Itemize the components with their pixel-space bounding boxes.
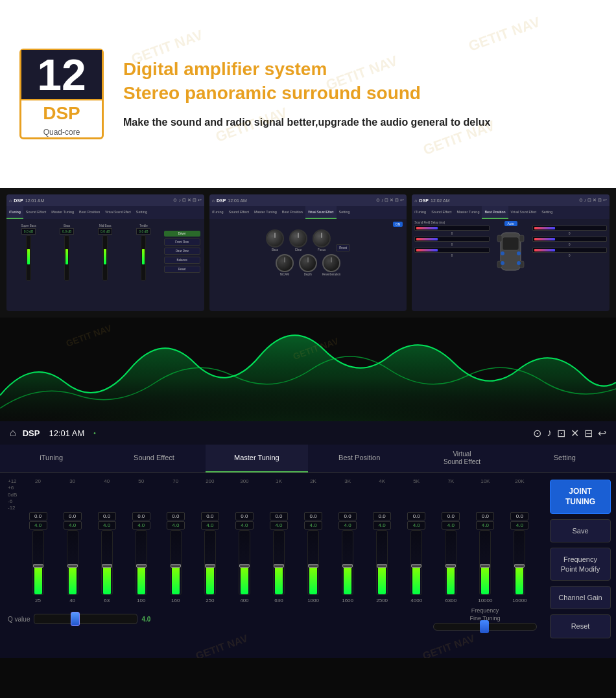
eq-band-3: 0.0 4.0 bbox=[89, 512, 124, 595]
watermark-5: GETIT NAV bbox=[466, 14, 543, 55]
q-label: Q value bbox=[8, 616, 30, 623]
tab-setting[interactable]: Setting bbox=[514, 445, 616, 472]
eq-band-7: 0.0 4.0 bbox=[227, 512, 261, 595]
grid-label-12: +12 bbox=[8, 478, 19, 484]
top-section: GETIT NAV GETIT NAV GETIT NAV GETIT NAV … bbox=[0, 0, 616, 188]
badge-sub: Quad-core bbox=[43, 126, 80, 138]
eq-bottom-controls: Q value 4.0 Frequency Fine Tuning bbox=[8, 603, 537, 634]
grid-label-6: +6 bbox=[8, 485, 19, 491]
q-slider-thumb bbox=[71, 612, 80, 626]
eq-band-10: 0.0 4.0 bbox=[331, 512, 365, 595]
tab-virtual-sound-effect[interactable]: Virtual Sound Effect bbox=[410, 445, 513, 472]
screenshot-1: ⌂ DSP 12:01 AM ⊙ ♪ ⊡ ✕ ⊟ ↩ iTuning Sound… bbox=[6, 194, 204, 311]
dsp-topbar: ⌂ DSP 12:01 AM • ⊙ ♪ ⊡ ✕ ⊟ ↩ bbox=[0, 421, 616, 445]
save-button[interactable]: Save bbox=[550, 519, 611, 542]
eq-sliders: 0.0 4.0 0.0 4.0 0.0 bbox=[21, 512, 537, 595]
topbar-time: 12:01 AM bbox=[49, 428, 84, 438]
frequency-point-modify-button[interactable]: Frequency Point Modify bbox=[550, 548, 611, 581]
freq-labels-bottom: 25 40 63 100 160 250 400 630 1000 1600 2… bbox=[21, 598, 537, 603]
eq-section: +12 +6 0dB -6 -12 20 30 40 50 70 200 300… bbox=[0, 473, 545, 645]
reset-button[interactable]: Reset bbox=[550, 614, 611, 638]
svg-rect-2 bbox=[497, 235, 502, 242]
tab-ituning[interactable]: iTuning bbox=[0, 445, 102, 472]
topbar-dot: • bbox=[93, 430, 96, 437]
main-dsp-ui: ⌂ DSP 12:01 AM • ⊙ ♪ ⊡ ✕ ⊟ ↩ iTuning Sou… bbox=[0, 421, 616, 658]
volume-icon[interactable]: ♪ bbox=[547, 427, 552, 439]
header-text: Digital amplifier system Stereo panorami… bbox=[123, 58, 597, 130]
svg-point-8 bbox=[501, 261, 504, 265]
minimize-icon[interactable]: ⊟ bbox=[584, 427, 593, 439]
wave-section: GETIT NAV GETIT NAV bbox=[0, 318, 616, 421]
side-buttons: JOINT TUNING Save Frequency Point Modify… bbox=[545, 473, 616, 645]
eq-band-13: 0.0 4.0 bbox=[434, 512, 468, 595]
eq-band-2: 0.0 4.0 bbox=[55, 512, 89, 595]
q-slider[interactable] bbox=[34, 614, 137, 624]
tab-sound-effect[interactable]: Sound Effect bbox=[102, 445, 205, 472]
screenshots-row: ⌂ DSP 12:01 AM ⊙ ♪ ⊡ ✕ ⊟ ↩ iTuning Sound… bbox=[0, 188, 616, 318]
location-icon[interactable]: ⊙ bbox=[533, 427, 541, 439]
grid-label-n6: -6 bbox=[8, 498, 19, 504]
back-icon[interactable]: ↩ bbox=[598, 427, 606, 439]
q-value-section: Q value 4.0 bbox=[8, 614, 150, 624]
svg-point-7 bbox=[517, 251, 521, 255]
eq-band-9: 0.0 4.0 bbox=[296, 512, 331, 595]
freq-fine-thumb bbox=[480, 620, 489, 633]
eq-band-14: 0.0 4.0 bbox=[468, 512, 503, 595]
svg-point-6 bbox=[501, 251, 504, 255]
grid-label-0: 0dB bbox=[8, 492, 19, 498]
svg-rect-1 bbox=[503, 237, 519, 250]
freq-fine-slider[interactable] bbox=[433, 623, 537, 631]
eq-band-1: 0.0 4.0 bbox=[21, 512, 55, 595]
joint-tuning-button[interactable]: JOINT TUNING bbox=[550, 480, 611, 514]
nav-tabs: iTuning Sound Effect Master Tuning Best … bbox=[0, 445, 616, 473]
camera-icon[interactable]: ⊡ bbox=[557, 427, 565, 439]
q-value: 4.0 bbox=[141, 616, 150, 623]
eq-band-11: 0.0 4.0 bbox=[365, 512, 399, 595]
svg-point-9 bbox=[517, 261, 521, 265]
header-title: Digital amplifier system Stereo panorami… bbox=[123, 58, 597, 105]
header-description: Make the sound and radio signal better,u… bbox=[123, 115, 597, 130]
svg-rect-3 bbox=[519, 235, 524, 242]
badge-acronym: DSP bbox=[21, 99, 102, 126]
app-name: DSP bbox=[23, 428, 40, 438]
freq-fine-label: Frequency bbox=[471, 607, 499, 614]
grid-label-n12: -12 bbox=[8, 505, 19, 511]
close-icon[interactable]: ✕ bbox=[571, 427, 579, 439]
eq-band-12: 0.0 4.0 bbox=[399, 512, 434, 595]
freq-fine-tuning: Frequency Fine Tuning bbox=[433, 607, 537, 631]
mini-home-1: ⌂ bbox=[9, 198, 12, 203]
screenshot-2: ⌂ DSP 12:01 AM ⊙ ♪ ⊡ ✕ ⊟ ↩ iTuning Sound… bbox=[209, 194, 407, 311]
eq-band-6: 0.0 4.0 bbox=[193, 512, 227, 595]
screenshot-3: ⌂ DSP 12:02 AM ⊙ ♪ ⊡ ✕ ⊟ ↩ iTuning Sound… bbox=[412, 194, 610, 311]
eq-band-4: 0.0 4.0 bbox=[124, 512, 158, 595]
eq-band-8: 0.0 4.0 bbox=[261, 512, 296, 595]
badge-number: 12 bbox=[21, 50, 102, 99]
main-content-area: +12 +6 0dB -6 -12 20 30 40 50 70 200 300… bbox=[0, 473, 616, 645]
eq-band-15: 0.0 4.0 bbox=[503, 512, 537, 595]
tab-best-position[interactable]: Best Position bbox=[308, 445, 410, 472]
eq-band-5: 0.0 4.0 bbox=[158, 512, 193, 595]
home-icon[interactable]: ⌂ bbox=[10, 427, 16, 439]
dsp-badge: 12 DSP Quad-core bbox=[19, 49, 104, 139]
channel-gain-button[interactable]: Channel Gain bbox=[550, 586, 611, 609]
tab-master-tuning[interactable]: Master Tuning bbox=[206, 445, 308, 472]
